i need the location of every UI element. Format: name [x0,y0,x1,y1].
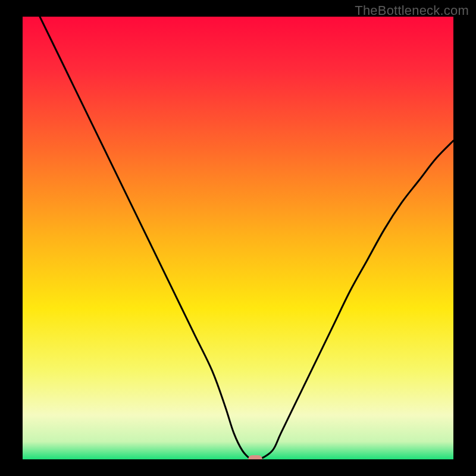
sweet-spot-marker [248,455,262,459]
bottleneck-chart [23,17,453,459]
gradient-background [23,17,453,459]
chart-plot-area [23,17,453,459]
